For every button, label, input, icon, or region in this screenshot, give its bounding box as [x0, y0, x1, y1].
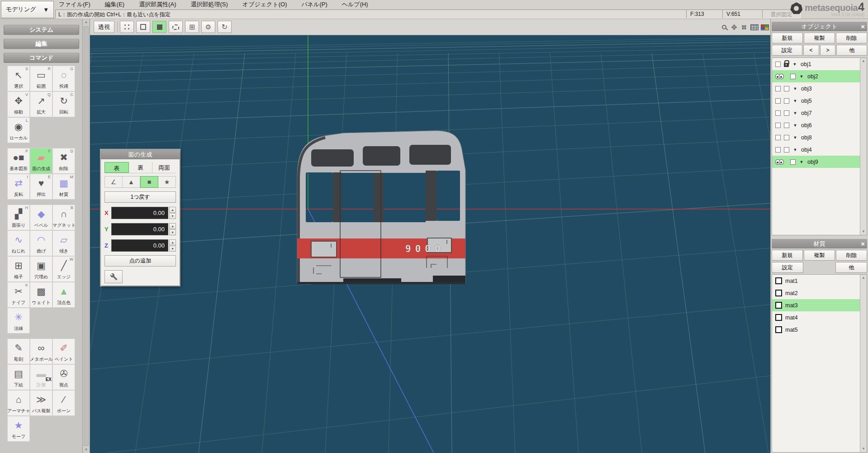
menu-item[interactable]: パネル(P)	[300, 0, 328, 9]
z-spin-up[interactable]: ▲	[169, 239, 176, 245]
train-model[interactable]: 9000	[297, 131, 465, 284]
tool-primitive[interactable]: ●■P基本図形	[7, 148, 30, 174]
shape-triangle-button[interactable]: ▲	[123, 176, 140, 187]
material-duplicate-button[interactable]: 複製	[804, 250, 835, 261]
wireframe-cube-button[interactable]: ⊞	[185, 21, 199, 33]
object-new-button[interactable]: 新規	[772, 33, 803, 43]
object-delete-button[interactable]: 削除	[836, 33, 867, 43]
tool-fill-hole[interactable]: ▣穴埋め	[30, 256, 52, 282]
single-view-button[interactable]	[750, 23, 759, 32]
shape-quad-button[interactable]: ■	[140, 176, 158, 188]
visibility-checkbox[interactable]	[775, 86, 781, 91]
z-coordinate-input[interactable]: 0.00	[111, 239, 168, 252]
mode-selector[interactable]: モデリング ▼	[1, 1, 54, 18]
panel-options-button[interactable]	[104, 270, 123, 283]
scroll-up-icon[interactable]: ▲	[860, 275, 867, 281]
visible-eyes-icon[interactable]	[775, 74, 787, 79]
scroll-up-icon[interactable]: ▲	[83, 19, 90, 25]
view-settings-button[interactable]: ⚙	[201, 21, 215, 33]
tool-delete[interactable]: ✖D削除	[52, 148, 75, 174]
undo-one-button[interactable]: 1つ戻す	[104, 191, 176, 203]
tool-select[interactable]: ↖S選択	[7, 66, 30, 91]
expand-arrow-icon[interactable]: ▼	[792, 123, 798, 128]
tool-view[interactable]: ✇視点	[52, 364, 75, 390]
quad-view-button[interactable]	[760, 23, 769, 32]
visibility-checkbox[interactable]	[775, 135, 781, 140]
object-row-obj1[interactable]: ▼obj1	[772, 58, 860, 70]
shape-star-button[interactable]: ★	[158, 176, 175, 187]
lock-checkbox[interactable]	[790, 159, 796, 165]
material-row-mat5[interactable]: mat5	[772, 324, 860, 336]
tool-bevel[interactable]: ◆ベベル	[30, 205, 52, 230]
tool-rotate[interactable]: ↻C回転	[52, 91, 75, 117]
z-spin-down[interactable]: ▼	[169, 246, 176, 252]
object-settings-button[interactable]: 設定	[772, 45, 802, 56]
object-row-obj6[interactable]: ▼obj6	[772, 119, 860, 131]
tool-lattice[interactable]: ⊞格子	[7, 256, 30, 282]
show-vertices-button[interactable]	[120, 21, 134, 33]
section-command[interactable]: コマンド	[4, 53, 79, 63]
tool-edge[interactable]: ╱Wエッジ	[52, 256, 75, 282]
tool-twist[interactable]: ∿ねじれ	[7, 230, 30, 256]
tool-path-clone[interactable]: ≫パス複製	[30, 390, 52, 416]
close-icon[interactable]: ×	[861, 22, 865, 31]
orbit-tool-button[interactable]: ✥	[740, 23, 749, 32]
lock-checkbox[interactable]	[784, 86, 789, 91]
section-edit[interactable]: 編集	[4, 39, 79, 49]
y-coordinate-input[interactable]: 0.00	[111, 223, 168, 235]
scroll-up-icon[interactable]: ▲	[860, 58, 867, 64]
tab-front[interactable]: 表	[104, 162, 129, 173]
lock-checkbox[interactable]	[784, 123, 789, 128]
viewport-3d[interactable]: 9000	[90, 35, 770, 453]
expand-arrow-icon[interactable]: ▼	[792, 111, 798, 115]
refresh-view-button[interactable]: ↻	[218, 21, 232, 33]
material-delete-button[interactable]: 削除	[836, 250, 867, 261]
tool-scale[interactable]: ↗Q拡大	[30, 91, 52, 117]
tool-shear[interactable]: ▱傾き	[52, 230, 75, 256]
tab-both[interactable]: 両面	[152, 162, 176, 173]
material-row-mat3[interactable]: mat3	[772, 299, 860, 311]
tool-weight[interactable]: ▩ウェイト	[30, 282, 52, 308]
material-row-mat1[interactable]: mat1	[772, 275, 860, 287]
expand-arrow-icon[interactable]: ▼	[792, 135, 798, 140]
tool-morph[interactable]: ★モーフ	[7, 416, 30, 442]
tool-face-span[interactable]: ▞H面張り	[7, 205, 30, 230]
lock-checkbox[interactable]	[784, 110, 789, 116]
scroll-down-icon[interactable]: ▼	[860, 446, 867, 452]
visible-eyes-icon[interactable]	[775, 159, 787, 165]
tool-knife[interactable]: ✂Kナイフ	[7, 282, 30, 308]
visibility-checkbox[interactable]	[775, 123, 781, 128]
y-spin-up[interactable]: ▲	[169, 223, 176, 229]
section-system[interactable]: システム	[4, 25, 79, 35]
tool-rope[interactable]: ◌G投縄	[52, 66, 75, 91]
tool-metaball[interactable]: ∞メタボール	[30, 339, 52, 364]
menu-item[interactable]: 選択部処理(S)	[190, 0, 229, 9]
object-row-obj9[interactable]: ▼obj9	[772, 156, 860, 168]
material-swatch[interactable]	[775, 326, 782, 333]
material-row-mat2[interactable]: mat2	[772, 287, 860, 299]
object-row-obj3[interactable]: ▼obj3	[772, 82, 860, 95]
material-panel-title[interactable]: 材質 ×	[772, 239, 867, 248]
tool-local[interactable]: ◉Lローカル	[7, 117, 30, 143]
tab-back[interactable]: 裏	[129, 162, 153, 173]
lock-icon[interactable]	[784, 63, 789, 67]
tool-invert[interactable]: ⇄I反転	[7, 174, 30, 200]
object-row-obj8[interactable]: ▼obj8	[772, 131, 860, 143]
tool-sculpt[interactable]: ✎彫刻	[7, 339, 30, 364]
tool-bend[interactable]: ◠曲げ	[30, 230, 52, 256]
object-panel-title[interactable]: オブジェクト ×	[772, 22, 867, 31]
scroll-down-icon[interactable]: ▼	[860, 229, 867, 235]
material-other-button[interactable]: 他	[835, 262, 867, 273]
tool-extrude[interactable]: ♥E押出	[30, 174, 52, 200]
menu-item[interactable]: ヘルプ(H)	[341, 0, 369, 9]
x-spin-up[interactable]: ▲	[169, 207, 176, 213]
expand-arrow-icon[interactable]: ▼	[792, 148, 798, 152]
lock-checkbox[interactable]	[784, 147, 789, 153]
x-spin-down[interactable]: ▼	[169, 213, 176, 219]
menu-item[interactable]: ファイル(F)	[58, 0, 91, 9]
lock-checkbox[interactable]	[784, 98, 789, 104]
object-row-obj7[interactable]: ▼obj7	[772, 107, 860, 119]
menu-item[interactable]: 選択部属性(A)	[138, 0, 177, 9]
perspective-button[interactable]: 透視	[94, 21, 114, 33]
visibility-checkbox[interactable]	[775, 147, 781, 153]
